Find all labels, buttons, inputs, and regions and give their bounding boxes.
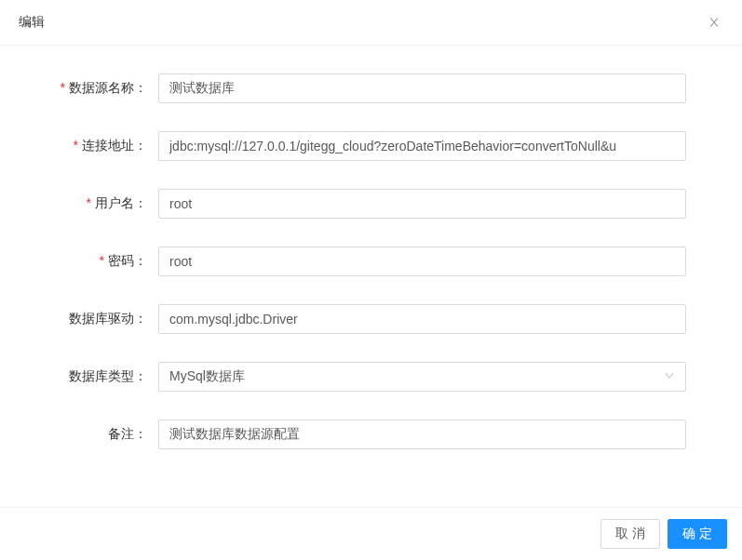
datasource-name-label: *数据源名称：: [37, 80, 158, 97]
modal-footer: 取 消 确 定: [0, 507, 742, 560]
connection-url-input[interactable]: [158, 131, 686, 161]
modal-body: *数据源名称： *连接地址： *用户名： *密码： 数据库驱动： 数据库类型： …: [0, 46, 742, 496]
cancel-button[interactable]: 取 消: [600, 519, 660, 549]
modal-title: 编辑: [19, 14, 45, 31]
password-label: *密码：: [37, 253, 158, 270]
required-marker: *: [100, 253, 104, 268]
remark-input[interactable]: [158, 420, 686, 449]
driver-input[interactable]: [158, 304, 686, 334]
required-marker: *: [61, 80, 65, 95]
driver-label: 数据库驱动：: [37, 311, 158, 327]
datasource-name-input[interactable]: [158, 73, 686, 103]
form-row-db-type: 数据库类型： MySql数据库: [37, 362, 686, 392]
db-type-select[interactable]: MySql数据库: [158, 362, 686, 392]
username-input[interactable]: [158, 189, 686, 219]
remark-label: 备注：: [37, 426, 158, 443]
db-type-value: MySql数据库: [169, 368, 245, 385]
close-icon[interactable]: [705, 13, 723, 32]
modal-header: 编辑: [0, 0, 742, 46]
chevron-down-icon: [664, 370, 675, 384]
form-row-connection-url: *连接地址：: [37, 131, 686, 161]
confirm-button[interactable]: 确 定: [668, 519, 727, 549]
form-row-datasource-name: *数据源名称：: [37, 73, 686, 103]
form-row-password: *密码：: [37, 247, 686, 276]
form-row-username: *用户名：: [37, 189, 686, 219]
connection-url-label: *连接地址：: [37, 138, 158, 154]
required-marker: *: [87, 195, 91, 210]
form-row-driver: 数据库驱动：: [37, 304, 686, 334]
username-label: *用户名：: [37, 195, 158, 212]
db-type-label: 数据库类型：: [37, 368, 158, 385]
required-marker: *: [74, 138, 78, 153]
password-input[interactable]: [158, 247, 686, 276]
form-row-remark: 备注：: [37, 420, 686, 449]
